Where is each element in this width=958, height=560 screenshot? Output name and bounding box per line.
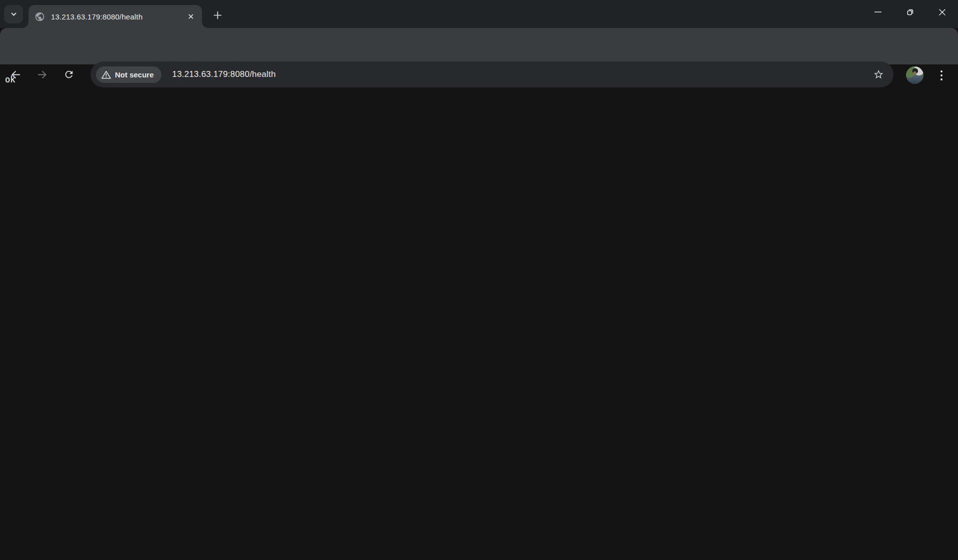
restore-icon (906, 8, 915, 16)
close-window-icon (938, 8, 947, 16)
tab-search-button[interactable] (4, 5, 23, 23)
minimize-button[interactable] (862, 0, 894, 24)
close-window-button[interactable] (926, 0, 958, 24)
warning-triangle-icon (101, 70, 111, 79)
back-arrow-icon (10, 69, 21, 80)
restore-button[interactable] (894, 0, 926, 24)
globe-favicon-icon (34, 11, 45, 22)
security-chip-label: Not secure (115, 70, 154, 79)
url-text: 13.213.63.179:8080/health (172, 69, 870, 79)
security-chip[interactable]: Not secure (96, 66, 161, 83)
chevron-down-icon (10, 10, 17, 18)
window-controls (862, 0, 958, 24)
active-tab[interactable]: 13.213.63.179:8080/health (28, 5, 202, 28)
new-tab-button[interactable] (209, 6, 226, 23)
forward-button[interactable] (31, 63, 53, 85)
close-x-icon (187, 13, 194, 20)
star-outline-icon (873, 69, 884, 80)
reload-button[interactable] (58, 63, 80, 85)
tab-title: 13.213.63.179:8080/health (51, 12, 143, 21)
profile-avatar[interactable] (906, 66, 924, 84)
bookmark-star-button[interactable] (870, 65, 888, 83)
toolbar: Not secure 13.213.63.179:8080/health (0, 28, 958, 64)
minimize-icon (874, 8, 882, 16)
plus-icon (213, 11, 222, 19)
back-button[interactable] (4, 63, 26, 85)
tab-strip: 13.213.63.179:8080/health (0, 0, 958, 28)
address-bar[interactable]: Not secure 13.213.63.179:8080/health (90, 61, 894, 87)
forward-arrow-icon (36, 69, 48, 80)
reload-icon (63, 69, 74, 80)
page-content: ok (0, 64, 958, 560)
browser-window: 13.213.63.179:8080/health (0, 0, 958, 560)
tab-close-button[interactable] (184, 9, 198, 23)
three-dots-icon (941, 70, 943, 81)
browser-menu-button[interactable] (934, 66, 950, 84)
